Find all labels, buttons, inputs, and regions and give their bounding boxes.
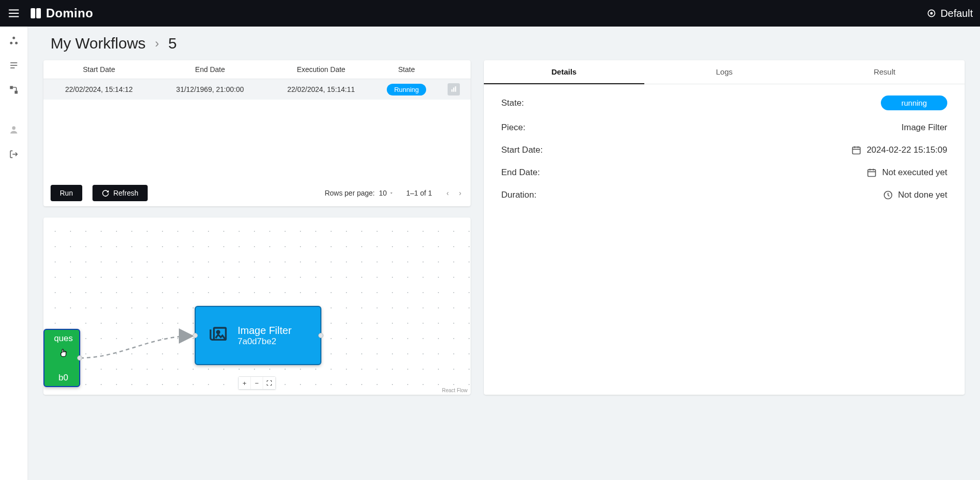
rail-item-flow[interactable] [7, 83, 21, 97]
svg-rect-22 [853, 147, 860, 154]
svg-rect-26 [868, 170, 876, 176]
zoom-in-button[interactable]: + [239, 377, 251, 389]
details-panel: Details Logs Result State: running Piece… [484, 60, 965, 395]
end-date-value: Not executed yet [882, 167, 947, 178]
topbar: Domino Default [0, 0, 980, 27]
tab-details[interactable]: Details [484, 60, 644, 84]
rail-item-list[interactable] [7, 58, 21, 73]
col-start-date: Start Date [43, 60, 154, 79]
state-label: State: [501, 98, 524, 108]
tab-logs[interactable]: Logs [644, 60, 805, 84]
detail-duration: Duration: Not done yet [501, 190, 947, 200]
breadcrumb-current: 5 [168, 35, 177, 52]
svg-rect-17 [451, 89, 452, 92]
svg-point-9 [15, 42, 18, 44]
duration-value: Not done yet [898, 190, 947, 200]
brand-logo[interactable]: Domino [30, 6, 93, 20]
node-title-fragment: ques [46, 332, 80, 345]
flow-node-request[interactable]: ques b0 [43, 329, 80, 387]
tab-result[interactable]: Result [804, 60, 965, 84]
flow-canvas[interactable]: ques b0 Image Filter 7a0d7be2 [43, 218, 471, 395]
svg-rect-4 [36, 8, 41, 18]
fit-view-button[interactable] [263, 377, 275, 389]
refresh-button[interactable]: Refresh [92, 185, 148, 201]
duration-label: Duration: [501, 190, 536, 200]
svg-point-15 [12, 126, 16, 130]
table-row[interactable]: 22/02/2024, 15:14:12 31/12/1969, 21:00:0… [43, 79, 471, 100]
refresh-icon [102, 189, 109, 197]
detail-state: State: running [501, 95, 947, 110]
dropdown-icon [389, 190, 394, 196]
end-date-label: End Date: [501, 167, 540, 178]
menu-icon[interactable] [7, 7, 20, 20]
state-value: running [881, 95, 947, 110]
col-exec-date: Execution Date [266, 60, 377, 79]
col-state: State [377, 60, 436, 79]
refresh-label: Refresh [113, 189, 138, 197]
cell-start-date: 22/02/2024, 15:14:12 [43, 79, 154, 100]
rail-item-user[interactable] [7, 123, 21, 137]
domino-icon [30, 7, 42, 19]
start-date-label: Start Date: [501, 145, 543, 155]
workspace-label: Default [941, 8, 973, 19]
svg-point-7 [13, 37, 15, 39]
details-tabs: Details Logs Result [484, 60, 965, 84]
rows-per-page-label: Rows per page: [324, 189, 375, 197]
rail-item-nodes[interactable] [7, 34, 21, 48]
brand-label: Domino [46, 6, 93, 20]
page-range: 1–1 of 1 [406, 189, 432, 197]
handle-out[interactable] [318, 333, 323, 338]
table-footer: Run Refresh Rows per page: 10 [43, 180, 471, 206]
left-rail [0, 27, 28, 480]
clock-icon [883, 190, 893, 200]
svg-rect-18 [453, 88, 454, 92]
calendar-icon [851, 145, 861, 155]
next-page-button[interactable]: › [457, 187, 463, 199]
detail-start-date: Start Date: 2024-02-22 15:15:09 [501, 145, 947, 155]
row-chart-button[interactable] [448, 83, 460, 95]
rail-item-logout[interactable] [7, 147, 21, 161]
breadcrumb: My Workflows › 5 [51, 35, 965, 52]
runs-table: Start Date End Date Execution Date State… [43, 60, 471, 100]
flow-node-image-filter[interactable]: Image Filter 7a0d7be2 [195, 306, 321, 365]
svg-rect-14 [15, 91, 18, 94]
rows-per-page-select[interactable]: 10 [379, 189, 394, 197]
pagination: Rows per page: 10 1–1 of 1 ‹ › [324, 187, 463, 199]
svg-point-6 [930, 12, 932, 14]
state-chip: Running [387, 84, 426, 95]
bar-chart-icon [450, 86, 457, 93]
flow-controls: + − [238, 376, 276, 390]
reactflow-attribution: React Flow [442, 388, 468, 393]
cell-exec-date: 22/02/2024, 15:14:11 [266, 79, 377, 100]
main-content: My Workflows › 5 Start Date End Date Exe… [28, 27, 980, 480]
detail-end-date: End Date: Not executed yet [501, 167, 947, 178]
workspace-selector[interactable]: Default [926, 8, 973, 19]
zoom-out-button[interactable]: − [251, 377, 263, 389]
chevron-right-icon: › [155, 36, 159, 51]
piece-value: Image Filter [901, 123, 947, 133]
node-title: Image Filter [238, 325, 292, 337]
calendar-icon [867, 167, 877, 178]
detail-piece: Piece: Image Filter [501, 123, 947, 133]
image-stack-icon [208, 325, 228, 346]
svg-point-21 [217, 331, 220, 333]
col-end-date: End Date [154, 60, 265, 79]
runs-table-card: Start Date End Date Execution Date State… [43, 60, 471, 206]
handle-in[interactable] [193, 333, 198, 338]
rows-per-page-value: 10 [379, 189, 387, 197]
prev-page-button[interactable]: ‹ [445, 187, 451, 199]
node-id: 7a0d7be2 [238, 337, 292, 347]
target-icon [926, 8, 937, 18]
run-button[interactable]: Run [51, 185, 82, 201]
start-date-value: 2024-02-22 15:15:09 [867, 145, 947, 155]
svg-point-8 [10, 42, 13, 44]
handle-out[interactable] [77, 355, 82, 361]
svg-rect-3 [31, 8, 35, 18]
node-id-fragment: b0 [46, 371, 80, 385]
flow-canvas-card: ques b0 Image Filter 7a0d7be2 [43, 218, 471, 395]
expand-icon [266, 380, 272, 386]
piece-label: Piece: [501, 123, 525, 133]
svg-rect-13 [10, 86, 13, 89]
breadcrumb-section[interactable]: My Workflows [51, 35, 146, 52]
svg-rect-19 [455, 86, 456, 92]
